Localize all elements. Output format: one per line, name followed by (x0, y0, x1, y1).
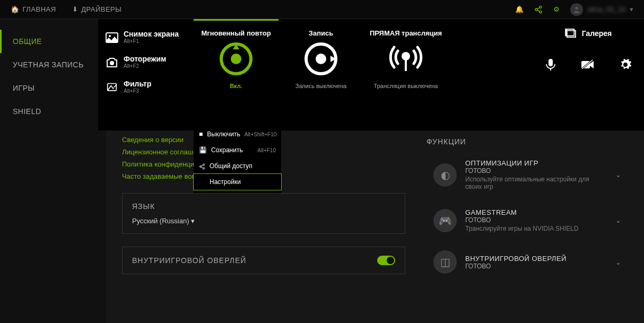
download-icon: ⬇ (72, 5, 79, 13)
submenu-label: Настройки (210, 178, 241, 186)
overlay-section-title: ВНУТРИИГРОВОЙ ОВЕРЛЕЙ (132, 256, 246, 265)
submenu-label: Выключить (207, 130, 240, 138)
nvidia-logo: NVIDIA (122, 50, 144, 72)
submenu-shortcut: Alt+Shift+F10 (245, 132, 277, 137)
gear-icon[interactable]: ⚙ (553, 5, 560, 13)
language-card: ЯЗЫК Русский (Russian) ▾ (122, 193, 405, 234)
spec-cpu: ▣Intel(R) Core(tm) i7-4770K Processor (427, 78, 628, 93)
svg-line-28 (201, 167, 203, 168)
language-select[interactable]: Русский (Russian) ▾ (132, 217, 395, 225)
copyright-text: © 2016-2019 NVIDIA Corporation. Все прав… (122, 98, 258, 103)
sidebar: ОБЩИЕ УЧЕТНАЯ ЗАПИСЬ ИГРЫ SHIELD (0, 19, 106, 323)
nav-home-label: ГЛАВНАЯ (23, 5, 56, 13)
svg-point-25 (200, 165, 202, 167)
sidebar-item-shield[interactable]: SHIELD (0, 100, 106, 123)
feature-title: ОПТИМИЗАЦИИ ИГР (465, 159, 607, 167)
submenu-save[interactable]: 💾 Сохранить Alt+F10 (194, 142, 281, 158)
about-section-title: О ПРОГРАММЕ (122, 35, 405, 43)
submenu-shortcut: Alt+F10 (257, 147, 276, 153)
spec-display: 🖵1280 x 1024, 60Hz (427, 107, 628, 121)
product-name: NVIDIA® GeForce Experience (122, 77, 405, 85)
nav-home[interactable]: 🏠 ГЛАВНАЯ (11, 0, 56, 19)
checkbox-icon[interactable] (122, 112, 129, 121)
overlay-toggle[interactable] (377, 256, 395, 265)
share-icon (199, 162, 205, 170)
spec-driver: ◆Версия драйвера 441.87 (427, 64, 628, 78)
chevron-down-icon: ▾ (191, 217, 195, 225)
sidebar-item-account[interactable]: УЧЕТНАЯ ЗАПИСЬ (0, 53, 106, 76)
instant-replay-submenu: ■ Выключить Alt+Shift+F10 💾 Сохранить Al… (194, 123, 281, 193)
version-text: Версия 3.20.2 (122, 87, 405, 94)
feature-ingame-overlay[interactable]: ◫ ВНУТРИИГРОВОЙ ОВЕРЛЕЙ ГОТОВО ⌄ (427, 243, 628, 281)
language-section-title: ЯЗЫК (132, 202, 395, 211)
svg-point-5 (576, 6, 578, 9)
username: dima_00_18 (587, 5, 625, 13)
gpu-icon: ▦ (427, 53, 435, 61)
svg-line-4 (537, 10, 540, 12)
brand-title: GEFORCE EXPERIENCE (150, 56, 271, 67)
spec-ram: ▬4 GB RAM (427, 93, 628, 107)
bell-icon[interactable]: 🔔 (515, 5, 524, 13)
chevron-down-icon: ⌄ (615, 216, 621, 224)
feature-status: ГОТОВО (465, 216, 607, 224)
spec-gpu: ▦GeForce GTX 1080 (427, 50, 628, 64)
feature-title: GAMESTREAM (465, 208, 607, 216)
gauge-icon: ◐ (433, 163, 457, 187)
overlay-card: ВНУТРИИГРОВОЙ ОВЕРЛЕЙ (122, 247, 405, 274)
user-menu[interactable]: dima_00_18 ▾ (570, 3, 633, 16)
svg-line-3 (537, 7, 540, 9)
submenu-settings[interactable]: Настройки (194, 174, 281, 190)
gamepad-icon: 🎮 (433, 209, 457, 232)
driver-icon: ◆ (427, 67, 435, 75)
svg-point-0 (539, 6, 542, 8)
feature-title: ВНУТРИИГРОВОЙ ОВЕРЛЕЙ (465, 255, 607, 263)
save-icon: 💾 (199, 146, 207, 154)
ram-icon: ▬ (427, 96, 435, 104)
feature-gamestream[interactable]: 🎮 GAMESTREAM ГОТОВО Транслируйте игры на… (427, 202, 628, 239)
system-section-title: МОЯ СИСТЕМА (427, 35, 628, 43)
share-icon[interactable] (534, 5, 543, 14)
svg-point-2 (539, 11, 542, 13)
home-icon: 🏠 (11, 5, 20, 13)
feature-status: ГОТОВО (465, 263, 607, 270)
feature-game-optimization[interactable]: ◐ ОПТИМИЗАЦИИ ИГР ГОТОВО Используйте опт… (427, 152, 628, 197)
stop-icon: ■ (199, 130, 203, 138)
feature-desc: Транслируйте игры на NVIDIA SHIELD (465, 225, 607, 232)
chevron-down-icon: ⌄ (615, 171, 621, 179)
svg-point-24 (203, 164, 205, 165)
svg-point-1 (535, 8, 537, 11)
cpu-icon: ▣ (427, 82, 435, 90)
monitor-icon: 🖵 (427, 110, 435, 118)
overlay-icon: ◫ (433, 250, 457, 274)
avatar (570, 3, 583, 16)
chevron-down-icon: ▾ (630, 5, 633, 13)
nav-drivers-label: ДРАЙВЕРЫ (81, 5, 121, 13)
feature-status: ГОТОВО (465, 167, 607, 174)
submenu-label: Сохранить (211, 146, 243, 154)
feature-desc: Используйте оптимальные настройки для св… (465, 176, 607, 190)
features-section-title: ФУНКЦИИ (427, 137, 628, 146)
nav-drivers[interactable]: ⬇ ДРАЙВЕРЫ (72, 0, 122, 19)
svg-point-26 (203, 168, 205, 169)
sidebar-item-games[interactable]: ИГРЫ (0, 76, 106, 100)
chevron-down-icon: ⌄ (615, 258, 621, 266)
sidebar-item-general[interactable]: ОБЩИЕ (0, 30, 106, 53)
language-value: Русский (Russian) (132, 217, 189, 225)
submenu-turn-off[interactable]: ■ Выключить Alt+Shift+F10 (194, 126, 281, 142)
submenu-share[interactable]: Общий доступ (194, 158, 281, 174)
svg-line-27 (201, 165, 203, 166)
submenu-label: Общий доступ (210, 162, 253, 170)
